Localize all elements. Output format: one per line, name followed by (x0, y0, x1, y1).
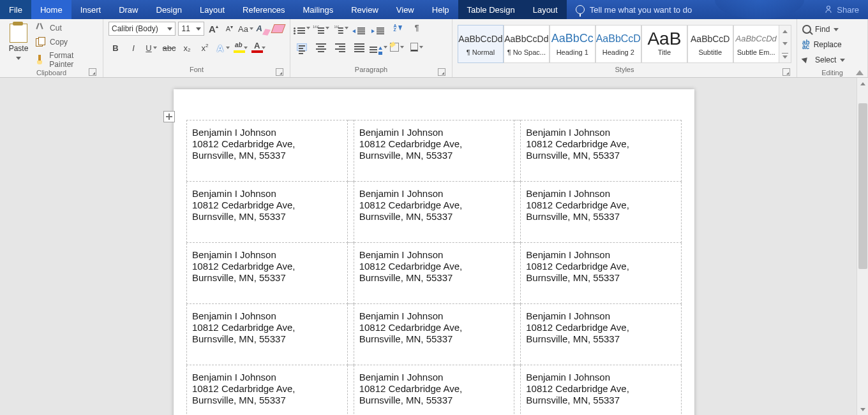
label-cell[interactable]: Benjamin I Johnson10812 Cedarbridge Ave,… (187, 182, 348, 243)
styles-more-button[interactable] (779, 25, 791, 63)
tab-design[interactable]: Design (147, 0, 191, 19)
text-effects-button[interactable] (216, 41, 230, 55)
style-tile-heading1[interactable]: AaBbCcHeading 1 (550, 25, 595, 63)
font-size-combo[interactable]: 11 (178, 22, 204, 36)
chevron-down-icon (400, 46, 404, 48)
strikethrough-button[interactable]: abc (162, 41, 176, 55)
label-cell[interactable]: Benjamin I Johnson10812 Cedarbridge Ave,… (187, 120, 348, 182)
chevron-down-icon (262, 47, 266, 49)
clear-formatting-button[interactable] (255, 22, 269, 36)
line-spacing-button[interactable] (372, 41, 385, 54)
group-font: Calibri (Body) 11 A▴ A▾ Aa B I U abc x2 … (103, 19, 290, 77)
tab-file[interactable]: File (0, 0, 31, 19)
tab-draw[interactable]: Draw (110, 0, 147, 19)
tab-insert[interactable]: Insert (71, 0, 110, 19)
tab-home[interactable]: Home (31, 0, 71, 19)
show-marks-button[interactable]: ¶ (410, 22, 423, 34)
font-color-icon (251, 43, 260, 53)
underline-button[interactable]: U (144, 41, 158, 55)
paste-button[interactable]: Paste (5, 22, 32, 69)
grow-font-button[interactable]: A▴ (207, 22, 220, 36)
style-name: Heading 2 (596, 48, 641, 56)
paragraph-launcher[interactable] (438, 68, 445, 76)
increase-indent-button[interactable] (372, 22, 385, 34)
align-right-button[interactable] (334, 41, 347, 54)
align-left-button[interactable] (296, 41, 308, 54)
style-preview: AaBbCcD (688, 29, 733, 48)
highlight-button[interactable] (234, 41, 248, 55)
bold-button[interactable]: B (108, 41, 123, 55)
tab-view[interactable]: View (387, 0, 423, 19)
style-tile-heading2[interactable]: AaBbCcDHeading 2 (595, 25, 641, 63)
align-center-button[interactable] (315, 41, 327, 54)
label-cell[interactable]: Benjamin I Johnson10812 Cedarbridge Ave,… (354, 365, 514, 416)
scroll-thumb[interactable] (858, 103, 867, 269)
label-cell[interactable]: Benjamin I Johnson10812 Cedarbridge Ave,… (354, 304, 514, 365)
label-line1: Benjamin I Johnson (192, 188, 276, 199)
select-button[interactable]: Select (802, 54, 862, 66)
label-cell[interactable]: Benjamin I Johnson10812 Cedarbridge Ave,… (521, 304, 682, 365)
font-name-combo[interactable]: Calibri (Body) (108, 22, 176, 36)
copy-button[interactable]: Copy (36, 37, 98, 47)
bullets-button[interactable] (296, 22, 308, 34)
collapse-ribbon-button[interactable] (856, 70, 864, 75)
tell-me-search[interactable]: Tell me what you want to do (576, 0, 692, 19)
shrink-font-button[interactable]: A▾ (223, 22, 236, 36)
label-cell[interactable]: Benjamin I Johnson10812 Cedarbridge Ave,… (354, 243, 514, 304)
font-color-button[interactable] (251, 41, 266, 55)
decrease-indent-button[interactable] (353, 22, 366, 34)
eraser-button[interactable] (271, 22, 285, 36)
subscript-button[interactable]: x2 (180, 41, 194, 55)
vertical-scrollbar[interactable] (857, 78, 868, 415)
justify-button[interactable] (353, 41, 366, 54)
styles-launcher[interactable] (782, 68, 790, 76)
style-tile-normal[interactable]: AaBbCcDd¶ Normal (458, 25, 504, 63)
scroll-up-button[interactable] (857, 78, 868, 89)
label-cell[interactable]: Benjamin I Johnson10812 Cedarbridge Ave,… (354, 182, 514, 243)
label-cell[interactable]: Benjamin I Johnson10812 Cedarbridge Ave,… (521, 365, 682, 416)
table-move-handle[interactable] (163, 111, 175, 122)
shading-button[interactable] (391, 41, 404, 54)
label-cell[interactable]: Benjamin I Johnson10812 Cedarbridge Ave,… (354, 120, 514, 182)
label-cell[interactable]: Benjamin I Johnson10812 Cedarbridge Ave,… (187, 365, 348, 416)
label-gap (347, 304, 354, 365)
label-gap (514, 182, 521, 243)
tab-review[interactable]: Review (342, 0, 387, 19)
style-tile-nospac[interactable]: AaBbCcDd¶ No Spac... (504, 25, 550, 63)
label-cell[interactable]: Benjamin I Johnson10812 Cedarbridge Ave,… (187, 304, 348, 365)
tab-mailings[interactable]: Mailings (294, 0, 343, 19)
numbering-button[interactable] (315, 22, 327, 34)
tab-table-design[interactable]: Table Design (458, 0, 524, 19)
label-line1: Benjamin I Johnson (359, 372, 444, 382)
page[interactable]: Benjamin I Johnson10812 Cedarbridge Ave,… (174, 89, 694, 415)
format-painter-button[interactable]: Format Painter (36, 51, 98, 69)
style-tile-subtleem[interactable]: AaBbCcDdSubtle Em... (733, 25, 779, 63)
font-launcher[interactable] (276, 68, 283, 76)
labels-table[interactable]: Benjamin I Johnson10812 Cedarbridge Ave,… (186, 120, 682, 415)
label-cell[interactable]: Benjamin I Johnson10812 Cedarbridge Ave,… (521, 182, 682, 243)
change-case-button[interactable]: Aa (239, 22, 253, 36)
replace-button[interactable]: abacReplace (802, 38, 862, 51)
style-tile-subtitle[interactable]: AaBbCcDSubtitle (687, 25, 733, 63)
tab-help[interactable]: Help (423, 0, 458, 19)
italic-button[interactable]: I (126, 41, 140, 55)
tab-layout[interactable]: Layout (191, 0, 234, 19)
tab-references[interactable]: References (234, 0, 294, 19)
label-cell[interactable]: Benjamin I Johnson10812 Cedarbridge Ave,… (521, 243, 682, 304)
ribbon: Paste Cut Copy Format Painter Clipboard … (0, 19, 868, 78)
multilevel-list-button[interactable] (334, 22, 347, 34)
style-tile-title[interactable]: AaBTitle (641, 25, 687, 63)
clipboard-launcher[interactable] (89, 68, 96, 76)
label-cell[interactable]: Benjamin I Johnson10812 Cedarbridge Ave,… (187, 243, 348, 304)
borders-button[interactable] (410, 41, 423, 54)
share-button[interactable]: Share (815, 0, 868, 19)
cut-button[interactable]: Cut (36, 23, 98, 33)
label-cell[interactable]: Benjamin I Johnson10812 Cedarbridge Ave,… (521, 120, 682, 182)
superscript-button[interactable]: x2 (198, 41, 212, 55)
svg-point-0 (827, 6, 830, 10)
sort-button[interactable] (391, 22, 404, 34)
label-gap (347, 182, 354, 243)
tab-table-layout[interactable]: Layout (524, 0, 567, 19)
find-button[interactable]: Find (802, 23, 862, 36)
scroll-down-button[interactable] (857, 404, 868, 415)
